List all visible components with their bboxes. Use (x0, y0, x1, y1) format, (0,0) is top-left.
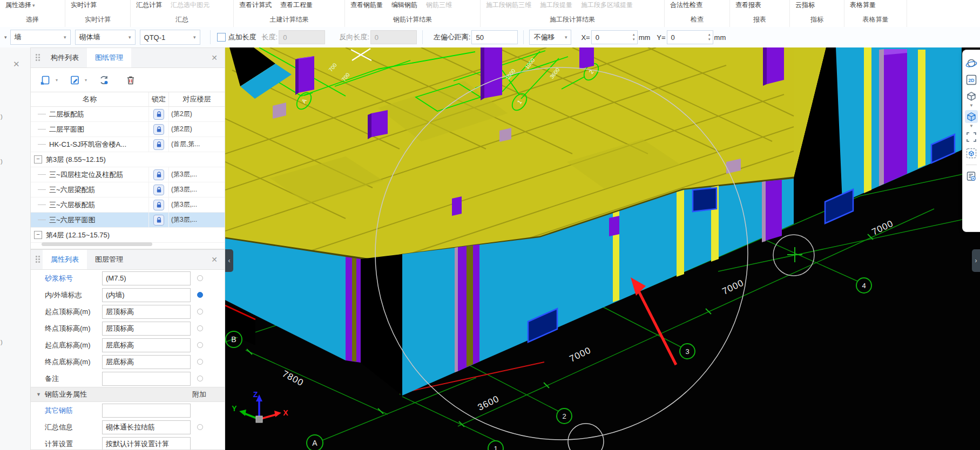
radio-off-icon[interactable] (197, 275, 203, 281)
clipped-text-fragment: ) (1, 158, 3, 165)
drag-handle-icon[interactable] (31, 48, 43, 67)
close-icon[interactable]: ✕ (204, 48, 225, 67)
tab-drawing-management[interactable]: 图纸管理 (87, 48, 131, 67)
property-group-header[interactable]: ▼ 钢筋业务属性 附加 (31, 387, 225, 402)
table-group-row[interactable]: −第4层 (12.15~15.75) (31, 228, 225, 243)
ribbon-group-label: 选择 (5, 15, 59, 27)
model-viewport[interactable]: A 1 2 700 700 1000 1000 3600 (225, 47, 980, 450)
axis-bubble-2: 2 (562, 412, 566, 420)
offset-mode-dropdown[interactable]: 不偏移▾ (529, 30, 571, 45)
lock-icon[interactable] (153, 109, 164, 120)
collapse-minus-icon[interactable]: − (34, 155, 42, 163)
zoom-extents-button[interactable] (965, 131, 978, 144)
tree-line (38, 114, 46, 114)
element-type-dropdown[interactable]: 墙▾ (10, 30, 71, 45)
close-icon[interactable]: ✕ (204, 250, 225, 269)
radio-on-icon[interactable] (197, 292, 203, 298)
chevron-down-icon[interactable]: ▼ (969, 104, 974, 108)
panel-collapse-right[interactable]: › (972, 249, 980, 272)
realtime-calc-button[interactable]: 实时计算 (71, 1, 97, 10)
delete-drawing-button[interactable] (124, 73, 138, 87)
gizmo-x-label: X (283, 408, 288, 417)
ribbon-group-label: 汇总 (136, 15, 228, 27)
property-row: 终点顶标高(m) 层顶标高 (31, 320, 225, 337)
lock-icon[interactable] (153, 200, 164, 210)
close-icon[interactable]: ✕ (13, 59, 30, 69)
drag-handle-icon[interactable] (31, 250, 43, 269)
lock-icon[interactable] (153, 169, 164, 180)
radio-off-icon[interactable] (197, 376, 203, 381)
view-quantity-button[interactable]: 查看工程量 (280, 1, 313, 10)
chevron-down-icon[interactable]: ▾ (52, 78, 61, 83)
tab-property-list[interactable]: 属性列表 (43, 250, 87, 269)
3d-solid-view-button[interactable] (965, 110, 978, 123)
element-subtype-dropdown[interactable]: 砌体墙▾ (75, 30, 136, 45)
chevron-down-icon[interactable]: ▼ (969, 124, 974, 128)
3d-wireframe-view-button[interactable] (965, 90, 978, 103)
table-row[interactable]: 二层板配筋 (第2层) (31, 107, 225, 122)
local-3d-view-button[interactable] (965, 147, 978, 160)
property-value-input[interactable]: 层顶标高 (102, 322, 191, 336)
view-report-button[interactable]: 查看报表 (735, 1, 761, 10)
property-value-input[interactable]: 层底标高 (102, 338, 191, 352)
panel-collapse-left[interactable]: ‹ (225, 249, 233, 272)
property-value-input[interactable]: 层底标高 (102, 355, 191, 369)
dock-caret-icon[interactable]: ▾ (0, 35, 10, 40)
horizontal-scrollbar[interactable] (42, 242, 152, 246)
table-group-row[interactable]: −第3层 (8.55~12.15) (31, 152, 225, 167)
reverse-length-input: 0 (370, 30, 417, 44)
spinner-arrows-icon[interactable]: ▲▼ (632, 32, 636, 42)
point-add-length-checkbox[interactable] (217, 33, 226, 42)
table-row[interactable]: HK-C1-SJ环凯宿舍楼A... (首层,第... (31, 137, 225, 152)
radio-off-icon[interactable] (197, 359, 203, 365)
property-row: 内/外墙标志 (内墙) (31, 287, 225, 303)
tab-component-list[interactable]: 构件列表 (43, 48, 87, 67)
stage-quantity-button: 施工段提量 (540, 1, 572, 10)
edit-rebar-button[interactable]: 编辑钢筋 (391, 1, 417, 10)
length-input: 0 (279, 30, 325, 44)
table-row[interactable]: 二层平面图 (第2层) (31, 122, 225, 137)
property-value-input[interactable]: (M7.5) (102, 271, 191, 285)
left-offset-input[interactable]: 50 (471, 30, 518, 44)
property-value-input[interactable] (102, 404, 191, 418)
tab-layer-management[interactable]: 图层管理 (87, 250, 131, 269)
legality-check-button[interactable]: 合法性检查 (670, 1, 702, 10)
property-value-input[interactable]: 按默认计算设置计算 (102, 437, 191, 450)
2d-view-button[interactable]: 2D (965, 73, 978, 86)
spinner-arrows-icon[interactable]: ▲▼ (708, 32, 711, 42)
chevron-down-icon[interactable]: ▾ (82, 78, 90, 83)
table-row[interactable]: 三~六层板配筋 (第3层,... (31, 197, 225, 213)
lock-icon[interactable] (153, 124, 164, 135)
x-offset-input[interactable]: 0▲▼ (591, 30, 638, 44)
lock-icon[interactable] (153, 215, 164, 226)
property-row: 起点底标高(m) 层底标高 (31, 337, 225, 353)
collapse-minus-icon[interactable]: − (34, 231, 42, 239)
cloud-index-button[interactable]: 云指标 (795, 1, 815, 10)
display-settings-button[interactable] (965, 170, 978, 183)
table-calc-button[interactable]: 表格算量 (850, 1, 876, 10)
ribbon-group-realtime: 实时计算 实时计算 (65, 0, 131, 27)
radio-off-icon[interactable] (197, 325, 203, 331)
add-drawing-button[interactable] (38, 73, 52, 87)
view-formula-button[interactable]: 查看计算式 (239, 1, 272, 10)
orbit-view-button[interactable] (965, 57, 978, 70)
radio-off-icon[interactable] (197, 424, 203, 430)
property-value-input[interactable]: 砌体通长拉结筋 (102, 420, 191, 434)
edit-drawing-button[interactable] (67, 73, 82, 87)
table-row-selected[interactable]: 三~六层平面图 (第3层,... (31, 213, 225, 228)
radio-off-icon[interactable] (197, 309, 203, 315)
property-value-input[interactable]: 层顶标高 (102, 305, 191, 319)
element-name-dropdown[interactable]: QTQ-1▾ (140, 30, 200, 45)
summary-calc-button[interactable]: 汇总计算 (136, 1, 162, 10)
radio-off-icon[interactable] (197, 342, 203, 348)
table-row[interactable]: 三~四层柱定位及柱配筋 (第3层,... (31, 167, 225, 182)
convert-drawing-button[interactable] (97, 73, 111, 87)
attribute-select-button[interactable]: 属性选择▾ (5, 1, 35, 10)
view-rebar-button[interactable]: 查看钢筋量 (350, 1, 383, 10)
y-offset-input[interactable]: 0▲▼ (667, 30, 713, 44)
property-value-input[interactable] (102, 372, 191, 386)
property-value-input[interactable]: (内墙) (102, 288, 191, 302)
table-row[interactable]: 三~六层梁配筋 (第3层,... (31, 182, 225, 197)
lock-icon[interactable] (153, 139, 164, 150)
lock-icon[interactable] (153, 185, 164, 195)
